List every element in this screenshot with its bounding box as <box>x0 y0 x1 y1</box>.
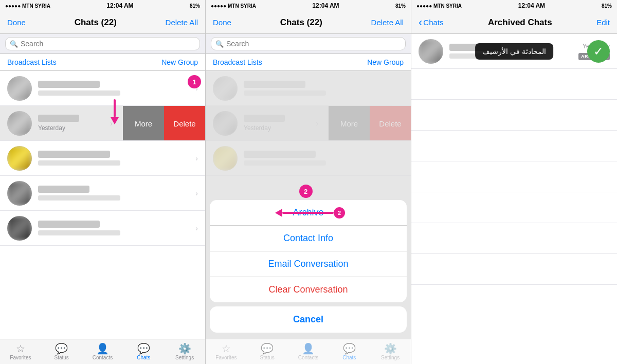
more-button-left[interactable]: More <box>123 106 164 141</box>
chat-preview-3 <box>38 195 120 201</box>
chat-item-1[interactable]: › <box>0 71 205 106</box>
archived-nav-bar: Chats Archived Chats Edit <box>411 11 617 34</box>
time-left: 12:04 AM <box>106 2 133 9</box>
email-conversation-menu-item[interactable]: Email Conversation <box>210 251 407 277</box>
nav-bar-left: Done Chats (22) Delete All <box>0 11 205 34</box>
chat-meta-4: › <box>195 224 198 232</box>
step1-badge: 1 <box>188 75 201 88</box>
chats-icon-left: 💬 <box>137 343 150 354</box>
chat-preview-2 <box>38 160 120 166</box>
archive-row: Archive 2 <box>210 200 407 226</box>
new-group-button-left[interactable]: New Group <box>161 58 198 66</box>
avatar-4 <box>7 216 32 241</box>
archived-item-4 <box>411 131 617 161</box>
archived-item-6 <box>411 192 617 223</box>
checkmark-icon: ✓ <box>587 40 610 63</box>
middle-panel: ●●●●● MTN SYRIA 12:04 AM 81% Done Chats … <box>206 0 411 364</box>
new-group-button-middle[interactable]: New Group <box>367 58 404 66</box>
chat-content-3 <box>38 186 195 201</box>
archived-avatar-1 <box>419 39 443 64</box>
arrow-head <box>111 117 119 124</box>
done-button-left[interactable]: Done <box>7 18 26 27</box>
nav-title-middle: Chats (22) <box>280 17 322 28</box>
tab-settings-middle[interactable]: ⚙️ Settings <box>370 339 411 364</box>
chat-content-4 <box>38 221 195 235</box>
tab-favorites-middle[interactable]: ☆ Favorites <box>206 339 247 364</box>
cancel-menu-item[interactable]: Cancel <box>210 306 407 333</box>
delete-all-button-left[interactable]: Delete All <box>166 18 198 27</box>
chevron-icon-3: › <box>195 189 198 197</box>
archived-item-3 <box>411 100 617 131</box>
time-right: 12:04 AM <box>518 2 545 9</box>
status-bar-right: ●●●●● MTN SYRIA 12:04 AM 81% <box>411 0 617 11</box>
archived-item-1[interactable]: Yesterday ARCHIVED المحادثة في الأرشيف ✓ <box>411 34 617 69</box>
archived-tooltip: المحادثة في الأرشيف <box>475 43 553 60</box>
chat-content-1 <box>38 81 195 96</box>
star-icon-middle: ☆ <box>222 343 231 354</box>
carrier-right: ●●●●● MTN SYRIA <box>416 3 462 9</box>
tab-contacts-left[interactable]: 👤 Contacts <box>82 339 123 364</box>
chat-name-2 <box>38 151 110 158</box>
right-panel: ●●●●● MTN SYRIA 12:04 AM 81% Chats Archi… <box>411 0 617 364</box>
clear-conversation-menu-item[interactable]: Clear Conversation <box>210 277 407 302</box>
status-icon-middle: 💬 <box>261 343 274 354</box>
archived-item-2 <box>411 69 617 100</box>
avatar-swipe-left <box>7 111 32 136</box>
chat-item-2[interactable]: › <box>0 141 205 176</box>
chat-item-3[interactable]: › <box>0 176 205 211</box>
arrow-left-head <box>275 209 282 217</box>
carrier-middle: ●●●●● MTN SYRIA <box>211 3 256 9</box>
chat-item-4[interactable]: › <box>0 211 205 246</box>
chat-meta-2: › <box>195 154 198 162</box>
actions-bar-middle: Broadcast Lists New Group <box>206 54 411 71</box>
chat-list-left: 1 › Yesterday › More Delete <box>0 71 205 339</box>
nav-bar-middle: Done Chats (22) Delete All <box>206 11 411 34</box>
tab-bar-middle: ☆ Favorites 💬 Status 👤 Contacts 💬 Chats … <box>206 339 411 364</box>
search-icon-middle: 🔍 <box>215 40 224 48</box>
context-menu: Archive 2 Contact Info Email Conversatio… <box>210 200 407 302</box>
search-input-wrap-left[interactable]: 🔍 <box>5 37 200 50</box>
tab-contacts-middle[interactable]: 👤 Contacts <box>288 339 329 364</box>
back-to-chats-button[interactable]: Chats <box>419 16 444 29</box>
tab-favorites-left[interactable]: ☆ Favorites <box>0 339 41 364</box>
broadcast-lists-button-left[interactable]: Broadcast Lists <box>7 58 57 66</box>
avatar-3 <box>7 181 32 206</box>
arrow-left-shaft <box>282 212 334 214</box>
chat-name-4 <box>38 221 100 228</box>
delete-all-button-middle[interactable]: Delete All <box>371 18 404 27</box>
chevron-icon-4: › <box>195 224 198 232</box>
tab-chats-left[interactable]: 💬 Chats <box>123 339 164 364</box>
search-icon-left: 🔍 <box>10 40 18 48</box>
tab-settings-left[interactable]: ⚙️ Settings <box>164 339 205 364</box>
search-bar-left: 🔍 <box>0 34 205 54</box>
search-input-wrap-middle[interactable]: 🔍 <box>211 37 406 50</box>
contacts-icon-left: 👤 <box>96 343 109 354</box>
time-middle: 12:04 AM <box>312 2 339 9</box>
search-input-middle[interactable] <box>226 40 401 48</box>
tab-chats-middle[interactable]: 💬 Chats <box>329 339 370 364</box>
step2-badge: 2 <box>299 185 313 198</box>
contact-info-menu-item[interactable]: Contact Info <box>210 226 407 251</box>
chat-content-swipe-left: Yesterday <box>38 115 110 132</box>
avatar-1 <box>7 76 32 101</box>
battery-left: 81% <box>190 3 200 9</box>
left-panel: ●●●●● MTN SYRIA 12:04 AM 81% Done Chats … <box>0 0 206 364</box>
delete-button-left[interactable]: Delete <box>164 106 205 141</box>
chat-name-1 <box>38 81 100 88</box>
step1-arrow <box>111 99 119 124</box>
tab-status-left[interactable]: 💬 Status <box>41 339 82 364</box>
tab-status-middle[interactable]: 💬 Status <box>247 339 288 364</box>
chats-icon-middle: 💬 <box>343 343 356 354</box>
status-icon-left: 💬 <box>55 343 68 354</box>
done-button-middle[interactable]: Done <box>213 18 231 27</box>
search-input-left[interactable] <box>21 40 195 48</box>
battery-middle: 81% <box>395 3 406 9</box>
arrow-shaft <box>114 99 116 117</box>
archived-item-7 <box>411 223 617 254</box>
edit-button-right[interactable]: Edit <box>596 18 610 27</box>
broadcast-lists-button-middle[interactable]: Broadcast Lists <box>213 58 262 66</box>
chat-content-2 <box>38 151 195 166</box>
chat-preview-4 <box>38 230 120 235</box>
archived-item-8 <box>411 254 617 285</box>
carrier-left: ●●●●● MTN SYRIA <box>5 3 50 9</box>
